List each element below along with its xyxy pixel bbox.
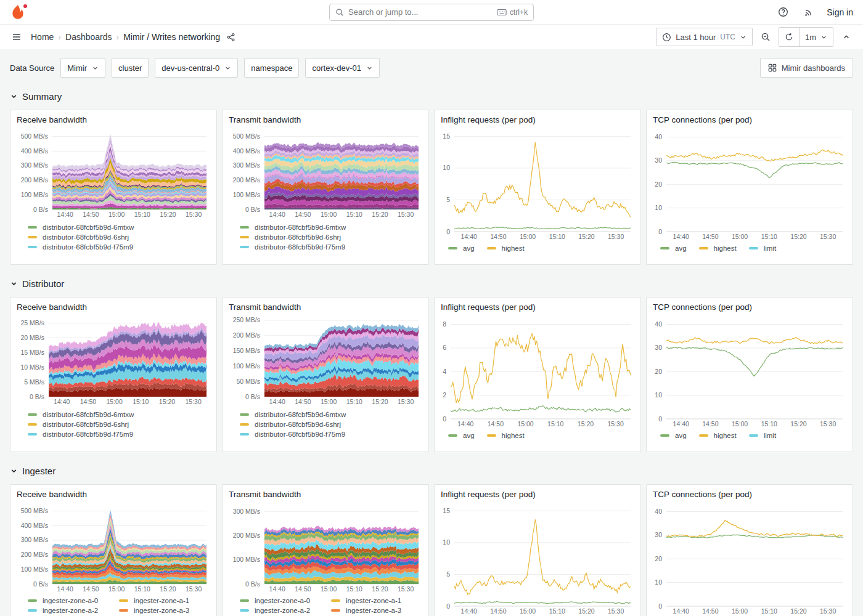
menu-icon[interactable] [9, 29, 25, 45]
grafana-logo[interactable] [10, 4, 26, 20]
legend-item[interactable]: highest [487, 245, 525, 252]
namespace-dropdown[interactable]: cortex-dev-01 [305, 58, 379, 78]
legend-item[interactable]: ingester-zone-a-3 [119, 607, 210, 614]
panel-title[interactable]: Inflight requests (per pod) [441, 114, 634, 127]
legend-item[interactable]: distributor-68fcbf5b9d-6shrj [229, 232, 422, 242]
svg-text:15:00: 15:00 [517, 420, 533, 428]
series-color-swatch [331, 599, 340, 602]
legend-item[interactable]: distributor-68fcbf5b9d-6shrj [17, 232, 210, 242]
datasource-dropdown[interactable]: Mimir [60, 58, 105, 78]
mimir-dashboards-button[interactable]: Mimir dashboards [760, 58, 853, 78]
news-rss-icon[interactable] [801, 4, 817, 20]
row-toggle-summary[interactable]: Summary [10, 89, 853, 103]
panel-title[interactable]: Receive bandwidth [17, 114, 210, 127]
legend-item[interactable]: ingester-zone-a-0 [240, 597, 331, 604]
legend-item[interactable]: ingester-zone-a-1 [331, 597, 422, 604]
legend-item[interactable]: highest [699, 245, 737, 252]
legend-item[interactable]: distributor-68fcbf5b9d-f75m9 [229, 242, 422, 252]
series-color-swatch [749, 434, 758, 437]
series-label: distributor-68fcbf5b9d-6mtxw [43, 411, 134, 418]
namespace-label-chip: namespace [244, 58, 299, 78]
svg-text:15:20: 15:20 [790, 233, 806, 240]
legend-item[interactable]: distributor-68fcbf5b9d-6shrj [229, 419, 422, 429]
cluster-dropdown[interactable]: dev-us-central-0 [155, 58, 238, 78]
legend-item[interactable]: avg [660, 245, 687, 252]
chart-distributor-tcp-connections[interactable]: 40302010014:4014:5015:0015:1015:2015:30 [653, 314, 846, 429]
legend-item[interactable]: ingester-zone-a-3 [331, 607, 422, 614]
row-toggle-distributor[interactable]: Distributor [10, 276, 853, 291]
chart-ingester-tcp-connections[interactable]: 40302010014:4014:5015:0015:1015:2015:30 [653, 501, 846, 616]
chart-distributor-transmit-bandwidth[interactable]: 250 MB/s200 MB/s150 MB/s100 MB/s50 MB/s0… [229, 314, 422, 407]
legend-item[interactable]: limit [749, 432, 776, 439]
row-title: Ingester [22, 466, 55, 476]
series-color-swatch [487, 247, 496, 249]
svg-text:14:40: 14:40 [269, 585, 285, 593]
panel-title[interactable]: Inflight requests (per pod) [441, 301, 634, 314]
legend-item[interactable]: limit [749, 245, 776, 252]
legend-item[interactable]: highest [487, 432, 525, 439]
legend-item[interactable]: avg [448, 245, 475, 252]
legend-item[interactable]: ingester-zone-a-2 [28, 607, 119, 614]
series-color-swatch [28, 226, 37, 229]
legend-item[interactable]: distributor-68fcbf5b9d-f75m9 [17, 242, 210, 252]
svg-text:15:20: 15:20 [159, 398, 175, 405]
svg-text:15:20: 15:20 [372, 398, 388, 405]
search-box[interactable]: ctrl+k [329, 4, 534, 21]
chart-distributor-inflight-requests[interactable]: 8642014:4014:5015:0015:1015:2015:30 [441, 314, 634, 429]
row-toggle-ingester[interactable]: Ingester [10, 463, 853, 478]
breadcrumb-home[interactable]: Home [31, 32, 54, 42]
search-input[interactable] [348, 7, 493, 17]
svg-text:150 MB/s: 150 MB/s [233, 347, 260, 354]
panel-title[interactable]: Transmit bandwidth [229, 301, 422, 314]
zoom-out-icon[interactable] [758, 29, 774, 45]
svg-text:14:40: 14:40 [457, 420, 473, 428]
panel-title[interactable]: Inflight requests (per pod) [441, 488, 634, 501]
svg-text:100 MB/s: 100 MB/s [233, 191, 260, 198]
cluster-label-chip: cluster [112, 58, 149, 78]
svg-text:10 MB/s: 10 MB/s [20, 363, 44, 371]
legend-item[interactable]: distributor-68fcbf5b9d-6mtxw [17, 410, 210, 419]
chart-ingester-receive-bandwidth[interactable]: 500 MB/s400 MB/s300 MB/s200 MB/s100 MB/s… [17, 501, 210, 594]
legend-item[interactable]: ingester-zone-a-0 [28, 597, 119, 604]
legend-item[interactable]: distributor-68fcbf5b9d-6shrj [17, 419, 210, 429]
series-color-swatch [28, 599, 37, 602]
chart-summary-tcp-connections[interactable]: 40302010014:4014:5015:0015:1015:2015:30 [653, 127, 846, 241]
sign-in-link[interactable]: Sign in [827, 7, 853, 17]
collapse-top-icon[interactable] [838, 29, 854, 45]
chart-summary-inflight-requests[interactable]: 15105014:4014:5015:0015:1015:2015:30 [441, 127, 634, 241]
chart-distributor-receive-bandwidth[interactable]: 25 MB/s20 MB/s15 MB/s10 MB/s5 MB/s0 B/s1… [17, 314, 210, 407]
svg-text:15:10: 15:10 [761, 420, 777, 428]
panel-title[interactable]: TCP connections (per pod) [653, 301, 846, 314]
chart-summary-receive-bandwidth[interactable]: 500 MB/s400 MB/s300 MB/s200 MB/s100 MB/s… [17, 127, 210, 219]
refresh-button[interactable] [779, 28, 799, 46]
legend-item[interactable]: distributor-68fcbf5b9d-f75m9 [17, 429, 210, 439]
legend-item[interactable]: distributor-68fcbf5b9d-f75m9 [229, 429, 422, 439]
panel-title[interactable]: TCP connections (per pod) [653, 488, 846, 501]
panel-distributor-inflight-requests: Inflight requests (per pod) 8642014:4014… [434, 297, 641, 452]
chart-summary-transmit-bandwidth[interactable]: 500 MB/s400 MB/s300 MB/s200 MB/s100 MB/s… [229, 127, 422, 219]
legend-item[interactable]: ingester-zone-a-1 [119, 597, 210, 604]
chart-ingester-transmit-bandwidth[interactable]: 300 MB/s200 MB/s100 MB/s0 B/s14:4014:501… [229, 501, 422, 594]
breadcrumb-dashboards[interactable]: Dashboards [65, 32, 112, 42]
sync-icon [785, 33, 793, 41]
panel-title[interactable]: Receive bandwidth [17, 488, 210, 501]
panel-title[interactable]: Transmit bandwidth [229, 114, 422, 127]
panel-title[interactable]: TCP connections (per pod) [653, 114, 846, 127]
legend-item[interactable]: avg [448, 432, 475, 439]
svg-text:0 B/s: 0 B/s [33, 206, 48, 213]
legend-item[interactable]: distributor-68fcbf5b9d-6mtxw [17, 222, 210, 232]
panel-title[interactable]: Transmit bandwidth [229, 488, 422, 501]
svg-text:15:10: 15:10 [133, 398, 149, 405]
legend-item[interactable]: distributor-68fcbf5b9d-6mtxw [229, 222, 422, 232]
help-icon[interactable] [775, 4, 791, 20]
share-icon[interactable] [223, 29, 239, 45]
panel-title[interactable]: Receive bandwidth [17, 301, 210, 314]
refresh-interval-dropdown[interactable]: 1m [799, 28, 833, 46]
legend-item[interactable]: ingester-zone-a-2 [240, 607, 331, 614]
chart-ingester-inflight-requests[interactable]: 15105014:4014:5015:0015:1015:2015:30 [441, 501, 634, 616]
legend-item[interactable]: avg [660, 432, 687, 439]
legend-item[interactable]: highest [699, 432, 737, 439]
legend-item[interactable]: distributor-68fcbf5b9d-6mtxw [229, 410, 422, 419]
svg-text:14:40: 14:40 [54, 398, 70, 405]
time-range-picker[interactable]: Last 1 hour UTC [656, 28, 753, 46]
